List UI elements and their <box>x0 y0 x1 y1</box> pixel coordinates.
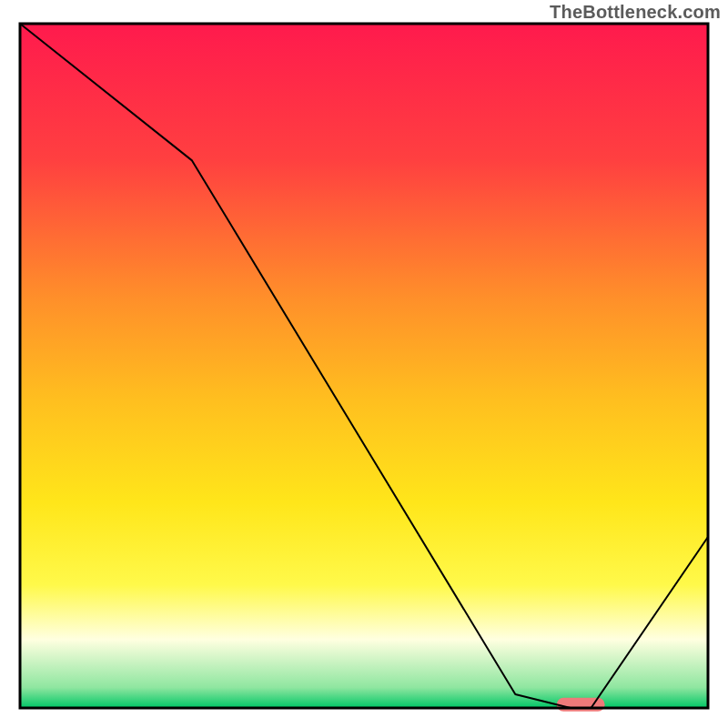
bottleneck-chart <box>0 0 728 728</box>
gradient-background <box>20 24 708 708</box>
chart-container: TheBottleneck.com <box>0 0 728 728</box>
watermark-text: TheBottleneck.com <box>550 2 721 23</box>
